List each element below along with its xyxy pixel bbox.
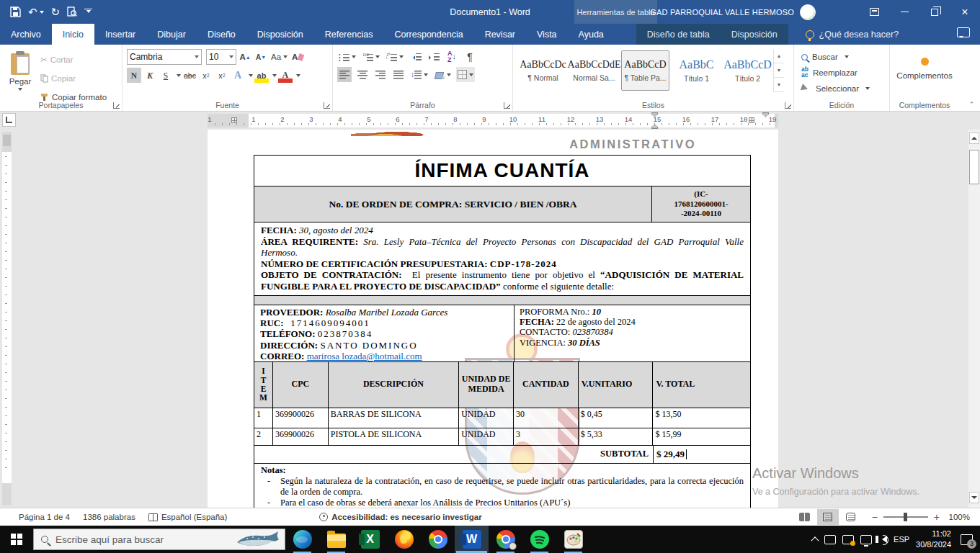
start-button[interactable]	[0, 526, 33, 553]
change-case-button[interactable]: Aa	[270, 50, 289, 65]
zoom-in-icon[interactable]: +	[934, 511, 940, 523]
font-color-dropdown-icon[interactable]	[296, 74, 300, 79]
zoom-out-icon[interactable]: −	[872, 511, 878, 523]
restore-button[interactable]	[919, 0, 950, 24]
page-indicator[interactable]: Página 1 de 4	[0, 513, 76, 521]
align-right-button[interactable]	[373, 67, 388, 82]
tray-language[interactable]: ESP	[894, 535, 909, 544]
borders-button[interactable]	[456, 67, 475, 82]
strikethrough-button[interactable]: abc	[182, 68, 197, 83]
tab-inicio[interactable]: Inicio	[52, 24, 94, 45]
read-mode-button[interactable]	[794, 509, 816, 525]
minimize-button[interactable]	[889, 0, 919, 24]
decrease-indent-button[interactable]	[409, 49, 423, 64]
tab-selector[interactable]	[2, 113, 16, 127]
tab-dibujar[interactable]: Dibujar	[146, 24, 197, 45]
text-effects-button[interactable]: A	[231, 68, 245, 83]
account-info[interactable]: GAD PARROQUIAL VALLE HERMOSO	[650, 0, 816, 24]
paste-button[interactable]: Pegar	[4, 49, 36, 96]
document-page[interactable]: ADMINISTRATIVO ÍNFIMA CUANTÍA No. DE ORD…	[208, 130, 778, 508]
grow-font-button[interactable]: A▲	[238, 50, 252, 65]
account-avatar[interactable]	[800, 4, 816, 20]
items-row[interactable]: 1369900026BARRAS DE SILICONAUNIDAD30$ 0,…	[254, 408, 750, 428]
justify-button[interactable]	[391, 67, 406, 82]
shrink-font-button[interactable]: A▼	[254, 50, 268, 65]
highlight-button[interactable]: ab	[254, 68, 269, 83]
feedback-icon[interactable]	[957, 27, 970, 37]
highlight-dropdown-icon[interactable]	[272, 74, 277, 79]
email-link[interactable]: marirosa lozada@hotmail.com	[307, 351, 422, 361]
subscript-button[interactable]: x2	[199, 68, 213, 83]
tell-me-box[interactable]: ¿Qué desea hacer?	[806, 24, 899, 45]
items-row[interactable]: 2369900026PISTOLA DE SILICONAUNIDAD3$ 5,…	[254, 428, 750, 446]
styles-scroll-up-icon[interactable]: ▲	[774, 49, 784, 63]
taskbar-file-explorer-icon[interactable]	[319, 526, 353, 553]
replace-button[interactable]: abacReemplazar	[798, 65, 885, 81]
taskbar-search-box[interactable]: Escribe aquí para buscar	[33, 529, 285, 550]
contextual-tab-disposición[interactable]: Disposición	[721, 24, 788, 45]
close-button[interactable]: ×	[950, 0, 980, 24]
align-left-button[interactable]	[337, 67, 352, 82]
superscript-button[interactable]: x2	[215, 68, 229, 83]
taskbar-spotify-icon[interactable]	[522, 526, 556, 553]
font-size-combo[interactable]: 10	[206, 49, 236, 65]
undo-dropdown-icon[interactable]	[40, 11, 44, 16]
select-button[interactable]: Seleccionar	[798, 81, 885, 96]
bold-button[interactable]: N	[127, 68, 141, 83]
styles-dialog-launcher[interactable]	[785, 102, 791, 109]
customize-qat-icon[interactable]	[84, 9, 92, 16]
tab-revisar[interactable]: Revisar	[474, 24, 526, 45]
vertical-scrollbar[interactable]	[968, 130, 980, 508]
print-layout-button[interactable]	[817, 509, 839, 525]
italic-button[interactable]: K	[143, 68, 157, 83]
bullet-list-button[interactable]	[337, 49, 357, 64]
undo-icon[interactable]: ↶	[28, 6, 44, 17]
redo-icon[interactable]: ↻	[51, 6, 61, 17]
contextual-tab-diseño-de-tabla[interactable]: Diseño de tabla	[636, 24, 721, 45]
proofing-status[interactable]: Español (España)	[142, 513, 233, 521]
zoom-slider[interactable]	[883, 516, 928, 518]
tab-ayuda[interactable]: Ayuda	[568, 24, 615, 45]
collapse-ribbon-icon[interactable]: ⌃	[968, 101, 974, 108]
tray-display-alert-icon[interactable]	[842, 535, 854, 544]
taskbar-firefox-icon[interactable]	[387, 526, 421, 553]
action-center-icon[interactable]: 3	[961, 534, 973, 545]
word-count[interactable]: 1386 palabras	[76, 513, 142, 521]
style-t-tulo-2[interactable]: AaBbCcDTítulo 2	[723, 50, 772, 91]
styles-gallery-more-icon[interactable]: ▼	[774, 78, 784, 92]
taskbar-chrome-icon[interactable]	[421, 526, 455, 553]
sort-button[interactable]: AZ↓	[445, 49, 459, 64]
tray-sync-icon[interactable]	[824, 535, 836, 544]
tab-archivo[interactable]: Archivo	[0, 24, 52, 45]
text-effects-dropdown-icon[interactable]	[249, 74, 253, 79]
tray-expand-icon[interactable]	[811, 536, 819, 544]
scroll-up-icon[interactable]	[969, 132, 979, 144]
underline-dropdown-icon[interactable]	[177, 74, 181, 79]
tab-vista[interactable]: Vista	[526, 24, 568, 45]
font-dialog-launcher[interactable]	[324, 102, 330, 109]
v-ruler[interactable]	[2, 132, 12, 505]
addins-button[interactable]: Complementos	[894, 49, 955, 80]
table-column-marker-right[interactable]	[749, 117, 754, 123]
style-t-tulo-1[interactable]: AaBbCTítulo 1	[672, 50, 721, 91]
paragraph-dialog-launcher[interactable]	[504, 102, 510, 109]
tab-disposición[interactable]: Disposición	[246, 24, 314, 45]
tab-diseño[interactable]: Diseño	[197, 24, 246, 45]
tab-insertar[interactable]: Insertar	[94, 24, 146, 45]
font-color-button[interactable]: A	[278, 68, 293, 83]
tray-clock[interactable]: 11:02 30/8/2024	[916, 529, 951, 550]
shading-button[interactable]	[433, 67, 453, 82]
ribbon-display-options-button[interactable]	[859, 0, 889, 24]
find-button[interactable]: Buscar	[798, 49, 885, 65]
scroll-down-icon[interactable]	[969, 492, 979, 503]
tray-network-icon[interactable]	[860, 535, 872, 544]
styles-scroll-down-icon[interactable]: ▼	[774, 63, 784, 78]
h-ruler[interactable]: 112345678910111213141516171819	[208, 114, 778, 127]
style-normal-sa[interactable]: AaBbCcDdENormal Sa...	[570, 50, 618, 91]
cut-button[interactable]: ✂Cortar	[40, 52, 107, 68]
increase-indent-button[interactable]	[427, 49, 441, 64]
clipboard-dialog-launcher[interactable]	[113, 102, 120, 109]
tab-referencias[interactable]: Referencias	[314, 24, 384, 45]
styles-gallery-scroll[interactable]: ▲▼▼	[773, 49, 784, 92]
save-icon[interactable]	[10, 6, 21, 17]
